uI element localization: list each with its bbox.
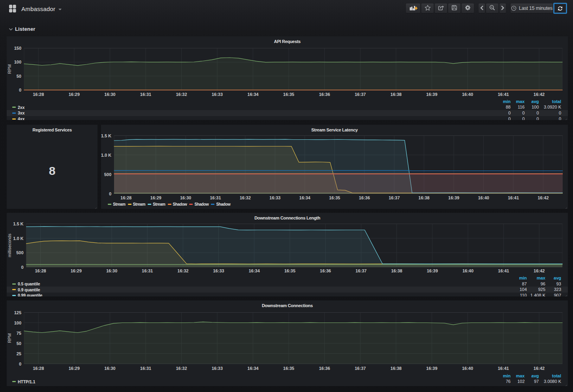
series-name: 2xx [18, 105, 24, 111]
legend-row: 0.9 quantile104925323 [7, 287, 568, 293]
row-header-listener[interactable]: Listener [9, 24, 35, 33]
legend-value: 97 [515, 379, 539, 384]
series-name: HTTP/1.1 [18, 379, 35, 385]
time-picker-button[interactable]: Last 15 minutes [511, 4, 553, 13]
star-dashboard-button[interactable] [421, 4, 434, 13]
legend-value: 323 [537, 287, 561, 293]
legend: minmaxavgtotalHTTP/1.176102973.0080 K [7, 373, 568, 384]
panel-api-requests: API Requests 05010015016:2816:2916:3016:… [7, 36, 568, 120]
series-name: 0.5 quantile [18, 281, 40, 287]
series-color-dash [12, 113, 16, 114]
legend-series-toggle[interactable]: 0.9 quantile [12, 287, 40, 293]
legend-value: 0 [515, 110, 539, 116]
legend-series-toggle[interactable]: HTTP/1.1 [12, 379, 35, 384]
series-color-dash [168, 204, 171, 205]
legend-value: 93 [537, 281, 561, 287]
legend: StreamStreamStreamShadowShadowShadow [108, 202, 233, 206]
legend-row: 0.99 quantile1101.408 K907 [7, 293, 568, 296]
share-dashboard-button[interactable] [435, 4, 447, 13]
legend-item[interactable]: Shadow [211, 202, 230, 206]
graph-canvas[interactable]: 05001.0 K1.5 K16:2816:2916:3016:3116:321… [101, 125, 568, 209]
y-axis-label: RPM [7, 64, 12, 74]
legend-column-header[interactable]: avg [515, 99, 539, 105]
chevron-down-icon [9, 25, 13, 32]
y-tick-label: 0 [19, 362, 21, 366]
legend-value: 0 [537, 110, 561, 116]
x-tick-label: 16:38 [391, 92, 402, 97]
x-tick-label: 16:36 [319, 366, 330, 371]
x-tick-label: 16:39 [427, 268, 438, 273]
panel-title[interactable]: Registered Services [7, 125, 98, 135]
y-tick-label: 0 [19, 88, 21, 92]
legend-column-header[interactable]: avg [515, 373, 539, 379]
x-tick-label: 16:32 [240, 195, 251, 200]
x-tick-label: 16:35 [329, 195, 340, 200]
legend-row: 0.5 quantile879693 [7, 281, 568, 287]
chevron-right-icon [501, 5, 505, 12]
legend-value: 907 [537, 293, 561, 296]
panel-downstream-connections-length: Downstream Connections Length 05001.0 K1… [7, 213, 568, 296]
x-tick-label: 16:28 [120, 195, 132, 200]
x-tick-label: 16:28 [35, 268, 46, 273]
time-forward-button[interactable] [500, 4, 506, 13]
x-tick-label: 16:31 [140, 366, 151, 371]
y-tick-label: 0 [109, 191, 111, 196]
legend-series-toggle[interactable]: 4xx [12, 116, 24, 120]
dashboard-title[interactable]: Ambassador [21, 6, 55, 12]
series-color-dash [189, 204, 193, 205]
x-tick-label: 16:41 [498, 268, 509, 273]
panel-resize-handle[interactable] [564, 293, 567, 296]
panel-resize-handle[interactable] [564, 205, 567, 208]
series-color-dash [108, 204, 111, 205]
panel-resize-handle[interactable] [564, 382, 567, 385]
time-back-button[interactable] [479, 4, 485, 13]
legend-item[interactable]: Shadow [189, 202, 209, 206]
legend-item[interactable]: Stream [128, 202, 146, 206]
legend-series-toggle[interactable]: 2xx [12, 104, 24, 110]
legend-row: 2xx881161003.0920 K [7, 104, 568, 110]
legend-item[interactable]: Stream [148, 202, 165, 206]
legend-item[interactable]: Stream [108, 202, 126, 206]
series-name: Stream [153, 202, 165, 206]
y-tick-label: 25 [17, 351, 21, 356]
save-icon [451, 5, 457, 12]
legend-column-header[interactable]: total [537, 373, 561, 379]
legend-series-toggle[interactable]: 0.5 quantile [12, 281, 40, 287]
series-color-dash [211, 204, 214, 205]
legend-item[interactable]: Shadow [168, 202, 187, 206]
x-tick-label: 16:36 [320, 268, 331, 273]
refresh-button[interactable] [553, 3, 567, 14]
panel-registered-services: Registered Services 8 [7, 125, 98, 209]
series-name: Stream [113, 202, 126, 206]
add-panel-button[interactable] [406, 4, 420, 13]
dashboard-grid-icon[interactable] [9, 5, 16, 13]
series-color-dash [148, 204, 151, 205]
y-tick-label: 1.5 K [101, 133, 111, 138]
zoom-out-button[interactable] [486, 4, 498, 13]
caret-down-icon [58, 9, 62, 10]
x-tick-label: 16:42 [534, 366, 545, 371]
legend-series-toggle[interactable]: 3xx [12, 110, 24, 116]
y-tick-label: 50 [17, 341, 21, 346]
series-fill [24, 58, 562, 90]
bar-chart-plus-icon [409, 4, 417, 13]
series-name: Shadow [173, 202, 187, 206]
x-tick-label: 16:29 [150, 195, 162, 200]
series-name: Shadow [216, 202, 230, 206]
x-tick-label: 16:28 [33, 366, 44, 371]
series-name: Stream [133, 202, 146, 206]
legend-column-header[interactable]: total [537, 99, 561, 105]
x-tick-label: 16:35 [283, 92, 294, 97]
panel-resize-handle[interactable] [564, 116, 567, 119]
x-tick-label: 16:40 [478, 195, 489, 200]
legend-column-header[interactable]: avg [537, 275, 561, 281]
panel-resize-handle[interactable] [94, 205, 97, 208]
row-title: Listener [15, 26, 35, 32]
y-tick-label: 75 [17, 331, 21, 336]
x-tick-label: 16:32 [176, 366, 187, 371]
dashboard-settings-button[interactable] [462, 4, 474, 13]
legend-series-toggle[interactable]: 0.99 quantile [12, 293, 42, 296]
save-dashboard-button[interactable] [448, 4, 460, 13]
x-tick-label: 16:41 [498, 92, 509, 97]
y-tick-label: 500 [104, 172, 111, 177]
